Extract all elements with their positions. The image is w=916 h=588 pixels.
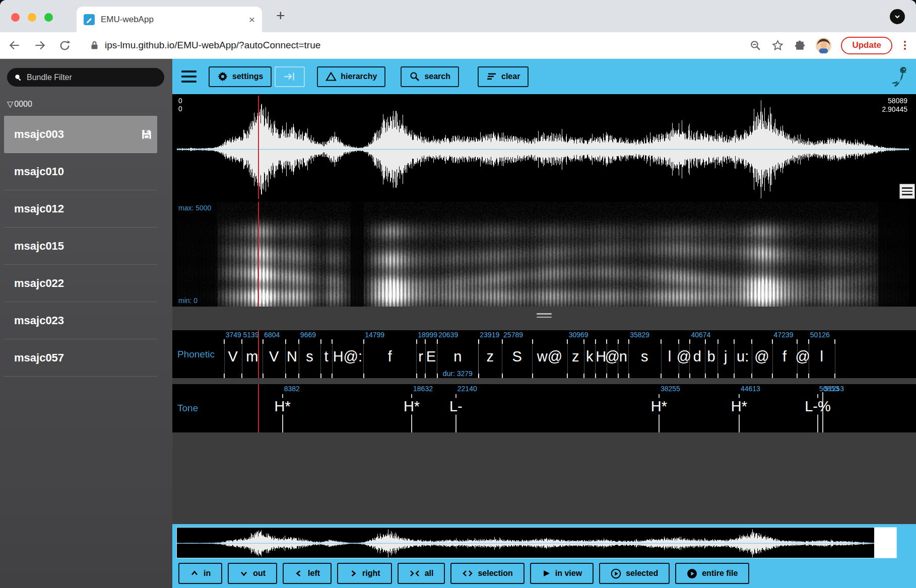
segment-boundary[interactable]: [242, 339, 242, 378]
out-button[interactable]: out: [228, 563, 277, 584]
tone-event-label[interactable]: H*: [273, 398, 293, 415]
phonetic-segment-label[interactable]: m: [246, 348, 258, 365]
segment-boundary[interactable]: [299, 339, 299, 378]
phonetic-segment-label[interactable]: V: [228, 348, 237, 365]
track-menu-icon[interactable]: [899, 184, 915, 199]
segment-boundary[interactable]: [425, 339, 426, 378]
phonetic-segment-label[interactable]: z: [572, 348, 579, 365]
phonetic-segment-label[interactable]: t: [324, 348, 328, 365]
tone-event-label[interactable]: H*: [729, 398, 749, 415]
phonetic-segment-label[interactable]: r: [418, 348, 423, 365]
menu-hamburger-icon[interactable]: [181, 70, 197, 83]
tone-event-label[interactable]: L-%: [803, 398, 833, 415]
new-tab-button[interactable]: +: [276, 8, 285, 23]
clear-button[interactable]: clear: [478, 66, 529, 87]
browser-menu-icon[interactable]: [902, 41, 908, 50]
phonetic-segment-label[interactable]: s: [306, 348, 313, 365]
hierarchy-button[interactable]: hierarchy: [317, 66, 385, 87]
address-bar[interactable]: ips-lmu.github.io/EMU-webApp/?autoConnec…: [90, 40, 743, 51]
bundle-item[interactable]: msajc057: [4, 339, 157, 377]
phonetic-segment-label[interactable]: j: [724, 348, 727, 365]
tone-event-label[interactable]: H*: [402, 398, 422, 415]
phonetic-segment-label[interactable]: E: [426, 348, 436, 365]
phonetic-segment-label[interactable]: V: [269, 348, 279, 365]
resize-handle[interactable]: [537, 313, 552, 318]
segment-boundary[interactable]: [416, 339, 417, 378]
segment-boundary[interactable]: [332, 339, 333, 378]
profile-avatar[interactable]: [816, 38, 831, 53]
entire-file-button[interactable]: entire file: [675, 563, 749, 584]
bundle-item[interactable]: msajc010: [4, 153, 157, 190]
waveform-canvas[interactable]: [177, 96, 909, 199]
forward-button[interactable]: [33, 39, 46, 52]
phonetic-segment-label[interactable]: l: [668, 348, 671, 365]
phonetic-segment-label[interactable]: H@:: [333, 348, 362, 365]
in-view-button[interactable]: in view: [530, 563, 594, 584]
extensions-puzzle-icon[interactable]: [794, 39, 806, 52]
zoom-out-icon[interactable]: [749, 39, 762, 52]
segment-boundary[interactable]: [752, 339, 752, 378]
spectrogram-canvas[interactable]: [177, 202, 909, 307]
phonetic-segment-label[interactable]: k: [586, 348, 594, 365]
in-button[interactable]: in: [178, 563, 222, 584]
phonetic-segment-label[interactable]: f: [388, 348, 392, 365]
segment-boundary[interactable]: [734, 339, 735, 378]
bookmark-star-icon[interactable]: [771, 39, 784, 52]
selection-button[interactable]: selection: [450, 563, 524, 584]
all-button[interactable]: all: [398, 563, 445, 584]
reload-button[interactable]: [58, 39, 71, 52]
update-button[interactable]: Update: [841, 37, 892, 54]
phonetic-segment-label[interactable]: @: [605, 348, 619, 365]
bundle-item[interactable]: msajc022: [4, 265, 157, 302]
bundle-item[interactable]: msajc003: [4, 116, 157, 153]
phonetic-segment-label[interactable]: @: [677, 348, 691, 365]
segment-boundary[interactable]: [532, 339, 533, 378]
search-button[interactable]: search: [401, 66, 459, 87]
phonetic-segment-label[interactable]: @: [754, 348, 769, 365]
segment-boundary[interactable]: [717, 339, 718, 378]
window-zoom-button[interactable]: [44, 13, 53, 22]
segment-boundary[interactable]: [502, 339, 502, 378]
segment-boundary[interactable]: [567, 339, 568, 378]
tone-event-label[interactable]: L-: [447, 398, 465, 415]
segment-boundary[interactable]: [772, 339, 773, 378]
segment-boundary[interactable]: [320, 339, 321, 378]
bundle-item[interactable]: msajc023: [4, 302, 157, 339]
right-button[interactable]: right: [337, 563, 392, 584]
phonetic-segment-label[interactable]: w@: [537, 348, 562, 365]
segment-boundary[interactable]: [478, 339, 479, 378]
window-minimize-button[interactable]: [28, 13, 36, 22]
segment-boundary[interactable]: [285, 339, 286, 378]
minimap-canvas[interactable]: [177, 528, 896, 558]
phonetic-segment-label[interactable]: d: [693, 348, 701, 365]
phonetic-segment-label[interactable]: f: [782, 348, 787, 365]
window-close-button[interactable]: [11, 13, 20, 22]
overview-minimap[interactable]: [176, 527, 897, 558]
segment-boundary[interactable]: [224, 339, 225, 378]
phonetic-level-canvas[interactable]: VmVNstH@:frEnzSw@zkH@nsl@dbju:@f@l374951…: [177, 330, 909, 378]
segment-boundary[interactable]: [363, 339, 364, 378]
segment-boundary[interactable]: [263, 339, 263, 378]
tone-event-label[interactable]: H*: [649, 398, 669, 415]
tab-search-button[interactable]: [890, 9, 905, 24]
tab-close-icon[interactable]: ×: [249, 14, 255, 25]
bundle-group-toggle[interactable]: ▽ 0000: [7, 99, 172, 109]
phonetic-segment-label[interactable]: u:: [737, 348, 749, 365]
phonetic-segment-label[interactable]: n: [619, 348, 627, 365]
left-button[interactable]: left: [283, 563, 332, 584]
phonetic-segment-label[interactable]: l: [820, 348, 823, 365]
phonetic-segment-label[interactable]: N: [287, 348, 297, 365]
phonetic-segment-label[interactable]: n: [453, 348, 462, 365]
back-button[interactable]: [8, 39, 21, 52]
segment-boundary[interactable]: [661, 339, 662, 378]
segment-boundary[interactable]: [584, 339, 584, 378]
segment-boundary[interactable]: [437, 339, 437, 378]
segment-boundary[interactable]: [628, 339, 629, 378]
selected-button[interactable]: selected: [599, 563, 670, 584]
browser-tab[interactable]: EMU-webApp ×: [77, 7, 262, 32]
segment-boundary[interactable]: [835, 339, 835, 378]
phonetic-segment-label[interactable]: s: [641, 348, 648, 365]
settings-button[interactable]: settings: [209, 66, 272, 87]
save-icon[interactable]: [140, 128, 153, 141]
segment-boundary[interactable]: [705, 339, 705, 378]
